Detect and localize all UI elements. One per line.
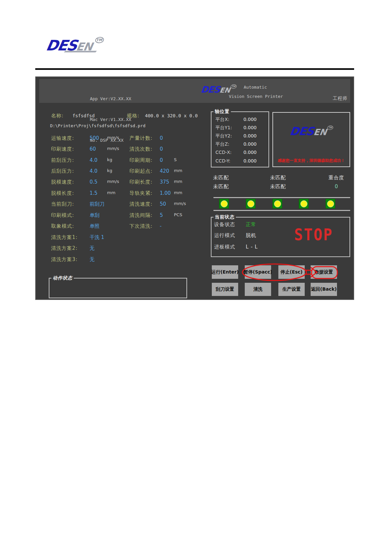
mac-version: Mac Ver:V1.XX.XX [90,116,131,123]
action-status-title: 动作状态 [51,275,74,281]
axis-label: CCD-X: [215,150,232,155]
sensor-light-icon [272,199,282,209]
desen-logo: DESENTM [272,125,350,138]
param-unit: mm [174,168,182,173]
axis-row: CCD-X:0.000 [211,150,268,156]
param-label: 导轨夹紧: [129,190,153,196]
overlap-label: 重合度 [328,175,344,181]
param-value: 干洗 1 [90,234,104,241]
param-label: 产量计数: [129,135,153,141]
param-row: 运输速度:500mm/s产量计数:0 [49,135,200,142]
axis-label: 平台Z: [215,141,229,147]
param-value: 前刮刀 [90,201,104,207]
axis-position-title: 轴位置 [213,109,231,115]
param-label: 清洗方案2: [51,245,78,251]
param-value: 无 [90,256,95,263]
axis-label: 平台Y2: [215,133,232,139]
param-value: 420 [160,168,169,174]
param-row: 取象模式:单照下次清洗:- [49,223,200,230]
param-label: 运输速度: [51,135,74,141]
param-unit: mm [174,179,182,184]
param-row: 印刷速度:60mm/s清洗次数:0 [49,146,200,153]
param-unit: mm/s [107,179,119,184]
param-label: 取象模式: [51,223,74,229]
param-value: 5 [160,212,163,218]
project-file-path: D:\Printer\Proj\fsfsdfsd\fsfsdfsd.prd [50,123,146,128]
trademark-icon: TM [95,37,104,43]
back-button[interactable]: 返回(Back) [311,283,337,296]
hmi-desen-logo: DESENTM [200,84,237,95]
param-label: 清洗次数: [129,146,153,152]
run-button[interactable]: 运行(Enter) [212,265,238,279]
param-row: 当前刮刀:前刮刀清洗速度:50mm/s [49,201,200,208]
data-settings-button[interactable]: 数据设置 [311,265,337,279]
param-row: 清洗方案1:干洗 1 [49,234,200,242]
manual-page: DESEN TM App Ver:V2.XX.XX Mac Ver:V1.XX.… [0,0,392,555]
sensor-light-icon [299,199,309,209]
param-label: 印刷模式: [51,212,74,219]
param-row: 印刷模式:单刮清洗间隔:5PCS [49,212,200,219]
param-unit: mm [174,190,182,195]
logo-des-text: DES [200,84,221,95]
param-label: 清洗速度: [129,201,153,207]
status-value: L - L [246,244,258,250]
sensor-light-icon [219,199,229,209]
param-value: - [160,223,161,229]
axis-label: 平台X: [215,117,229,123]
axis-row: 平台Y2:0.000 [211,133,268,140]
param-label: 清洗方案3: [51,256,78,263]
status-value: 脱机 [246,232,256,239]
param-value: 50 [160,201,166,207]
param-row: 清洗方案2:无 [49,245,200,252]
param-label: 印刷起点: [129,168,153,174]
trademark-icon: TM [327,126,334,130]
param-value: 0 [160,146,163,152]
param-unit: kg [107,168,112,173]
status-label: 运行模式 [214,232,235,239]
param-label: 当前刮刀: [51,201,74,207]
name-label: 名称: [51,113,64,119]
axis-value: 0.000 [243,117,257,122]
printer-hmi-screenshot [35,76,354,300]
current-status-title: 当前状态 [213,214,236,220]
product-name-line2: Vision Screen Printer [228,94,284,99]
param-value: 单照 [90,223,99,229]
axis-value: 0.000 [243,125,257,130]
divider-rule [35,68,354,70]
axis-row: 平台X:0.000 [211,117,268,123]
conveyor-rail-bottom [213,210,350,211]
param-row: 脱模长度:1.5mm导轨夹紧:1.00mm [49,190,200,197]
match-status-label: 未匹配 [213,175,229,181]
brand-slogan-text: 感谢您一直支持，深圳德森助您成功！ [273,158,350,163]
axis-row: 平台Z:0.000 [211,141,268,148]
axis-value: 0.000 [243,141,257,147]
param-unit: PCS [174,212,182,217]
axis-row: CCD-Y:0.000 [211,158,268,165]
param-value: 500 [90,135,99,141]
action-status-groupbox: 动作状态 [49,278,187,298]
logo-en-text: EN [313,127,327,137]
clean-button[interactable]: 清洗 [245,283,271,296]
param-value: 0.5 [90,179,98,185]
axis-position-groupbox: 轴位置 平台X:0.000 平台Y1:0.000 平台Y2:0.000 平台Z:… [211,111,269,167]
stop-button[interactable]: 停止(Esc) [278,265,305,279]
sensor-light-icon [325,199,335,209]
match-status-label: 未匹配 [270,184,286,190]
param-label: 清洗间隔: [129,212,153,219]
param-unit: mm/s [107,135,119,140]
param-value: 375 [160,179,169,185]
production-settings-button[interactable]: 生产设置 [278,283,305,296]
axis-value: 0.000 [243,150,257,155]
sensor-light-icon [246,199,256,209]
param-value: 1.00 [160,190,171,196]
param-label: 脱模速度: [51,179,74,185]
param-value: 4.0 [90,157,98,163]
status-value: 正常 [246,221,256,228]
param-label: 印刷长度: [129,179,153,185]
param-row: 前刮压力:4.0kg印刷周期:0S [49,157,200,164]
squeegee-settings-button[interactable]: 刮刀设置 [212,283,238,296]
match-status-label: 未匹配 [213,184,229,190]
axis-label: 平台Y1: [215,125,232,131]
hmi-header-bar [39,79,350,103]
pause-button[interactable]: 暂停(Spacc) [245,265,271,279]
